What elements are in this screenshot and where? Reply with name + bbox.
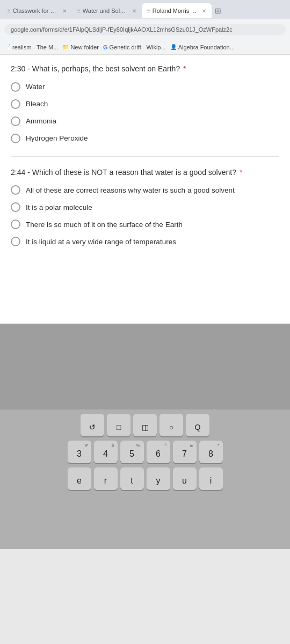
key-i-main: i xyxy=(210,476,212,486)
q2-label-all: All of these are correct reasons why wat… xyxy=(26,186,235,194)
key-4-main: 4 xyxy=(103,449,108,459)
key-square-icon: □ xyxy=(117,423,121,431)
tab1-close[interactable]: ✕ xyxy=(62,8,67,14)
tab-roland-morris[interactable]: ≡ Roland Morris - %B... ✕ xyxy=(142,3,212,18)
q2-label-liquid: It is liquid at a very wide range of tem… xyxy=(26,238,176,246)
keyboard-row-numbers: # 3 $ 4 % 5 ^ 6 & 7 * 8 xyxy=(2,441,288,463)
bookmark-realism-label: realism - The M... xyxy=(12,44,58,50)
keyboard: ↺ □ ◫ ○ Q # 3 $ 4 xyxy=(0,409,290,549)
key-e-main: e xyxy=(77,476,82,486)
tab-water-solutions[interactable]: ≡ Water and Solutions ✕ xyxy=(72,3,142,18)
key-6-top: ^ xyxy=(164,443,166,448)
bookmark-genetic-label: Genetic drift - Wikip... xyxy=(110,44,166,50)
q1-radio-water[interactable] xyxy=(11,82,20,92)
bookmark-folder-label: New folder xyxy=(70,44,99,50)
bookmark-new-folder[interactable]: 📁 New folder xyxy=(62,44,99,50)
key-6[interactable]: ^ 6 xyxy=(147,441,170,463)
key-u[interactable]: u xyxy=(173,467,197,490)
q2-radio-surface[interactable] xyxy=(11,219,20,229)
key-search-icon: Q xyxy=(195,423,201,431)
browser-chrome: ≡ Classwork for 5 Ch... ✕ ≡ Water and So… xyxy=(0,0,290,55)
key-3-main: 3 xyxy=(77,449,82,459)
question-2-block: 2:44 - Which of these is NOT a reason th… xyxy=(11,167,279,247)
key-6-main: 6 xyxy=(156,449,161,459)
bookmark-realism[interactable]: 📄 realism - The M... xyxy=(4,44,58,50)
bookmark-genetic-drift[interactable]: G Genetic drift - Wikip... xyxy=(103,44,166,50)
q1-radio-ammonia[interactable] xyxy=(11,116,20,126)
q1-label-bleach: Bleach xyxy=(26,100,48,108)
q1-required: * xyxy=(183,64,186,73)
q1-option-bleach[interactable]: Bleach xyxy=(11,99,279,109)
question-1-block: 2:30 - What is, perhaps, the best solven… xyxy=(11,64,279,143)
q2-radio-all[interactable] xyxy=(11,185,20,195)
bookmark-algebra-label: Algebra Foundation... xyxy=(178,44,235,50)
q2-required: * xyxy=(240,168,242,177)
key-e[interactable]: e xyxy=(68,467,91,490)
key-home[interactable]: ○ xyxy=(160,414,183,436)
q2-option-liquid[interactable]: It is liquid at a very wide range of tem… xyxy=(11,237,279,246)
q2-radio-liquid[interactable] xyxy=(11,237,20,246)
key-y-main: y xyxy=(156,476,161,486)
key-3-top: # xyxy=(85,443,88,448)
bookmarks-bar: 📄 realism - The M... 📁 New folder G Gene… xyxy=(0,40,290,55)
tab3-close[interactable]: ✕ xyxy=(202,8,206,14)
keyboard-row-icons: ↺ □ ◫ ○ Q xyxy=(2,414,288,436)
q1-label-water: Water xyxy=(26,83,45,91)
question-1-title: 2:30 - What is, perhaps, the best solven… xyxy=(11,64,279,75)
key-i[interactable]: i xyxy=(199,467,223,490)
q2-radio-polar[interactable] xyxy=(11,202,20,212)
tab2-icon: ≡ xyxy=(77,8,81,14)
key-r[interactable]: r xyxy=(94,467,118,490)
key-dual-icon: ◫ xyxy=(142,423,149,431)
tab1-label: Classwork for 5 Ch... xyxy=(13,8,58,14)
tab3-icon: ≡ xyxy=(147,8,150,14)
key-7-main: 7 xyxy=(182,449,187,459)
bookmark-realism-icon: 📄 xyxy=(4,44,11,50)
key-r-main: r xyxy=(104,476,107,486)
key-7-top: & xyxy=(190,443,193,448)
key-3[interactable]: # 3 xyxy=(68,441,91,463)
q1-option-water[interactable]: Water xyxy=(11,82,279,92)
q1-option-ammonia[interactable]: Ammonia xyxy=(11,116,279,126)
key-back-icon: ↺ xyxy=(89,423,96,431)
key-5[interactable]: % 5 xyxy=(120,441,144,463)
q1-radio-hydrogen[interactable] xyxy=(11,134,20,143)
key-t-main: t xyxy=(130,476,133,486)
main-content: 2:30 - What is, perhaps, the best solven… xyxy=(0,55,290,324)
key-4-top: $ xyxy=(111,443,114,448)
address-bar[interactable]: google.com/forms/d/e/1FAlpQLSdljP-fEy80I… xyxy=(4,24,286,35)
gray-area: ↺ □ ◫ ○ Q # 3 $ 4 xyxy=(0,324,290,549)
key-4[interactable]: $ 4 xyxy=(94,441,118,463)
key-t[interactable]: t xyxy=(120,467,144,490)
tab1-icon: ≡ xyxy=(8,8,11,14)
key-8[interactable]: * 8 xyxy=(199,441,223,463)
q2-option-surface[interactable]: There is so much of it on the surface of… xyxy=(11,219,279,229)
grid-icon[interactable]: ⊞ xyxy=(212,6,224,15)
question-2-title: 2:44 - Which of these is NOT a reason th… xyxy=(11,167,279,178)
tab3-label: Roland Morris - %B... xyxy=(153,8,198,14)
q1-option-hydrogen[interactable]: Hydrogen Peroxide xyxy=(11,134,279,143)
key-y[interactable]: y xyxy=(147,467,170,490)
key-square[interactable]: □ xyxy=(107,414,130,436)
key-home-icon: ○ xyxy=(169,423,173,431)
key-dualscreen[interactable]: ◫ xyxy=(133,414,157,436)
key-back[interactable]: ↺ xyxy=(81,414,104,436)
key-search[interactable]: Q xyxy=(186,414,209,436)
bookmark-folder-icon: 📁 xyxy=(62,44,69,50)
bookmark-algebra[interactable]: 👤 Algebra Foundation... xyxy=(170,44,235,50)
key-8-top: * xyxy=(218,443,220,448)
tab-classwork[interactable]: ≡ Classwork for 5 Ch... ✕ xyxy=(2,3,72,18)
q1-label-hydrogen: Hydrogen Peroxide xyxy=(26,134,88,142)
q2-option-all[interactable]: All of these are correct reasons why wat… xyxy=(11,185,279,195)
key-5-top: % xyxy=(136,443,140,448)
tab2-close[interactable]: ✕ xyxy=(132,8,136,14)
q2-label-polar: It is a polar molecule xyxy=(26,203,92,211)
question-divider xyxy=(11,156,279,157)
q1-radio-bleach[interactable] xyxy=(11,99,20,109)
q2-option-polar[interactable]: It is a polar molecule xyxy=(11,202,279,212)
key-u-main: u xyxy=(182,476,187,486)
tab2-label: Water and Solutions xyxy=(83,8,128,14)
bookmark-google-icon: G xyxy=(103,44,108,50)
bookmark-algebra-icon: 👤 xyxy=(170,44,177,50)
key-7[interactable]: & 7 xyxy=(173,441,197,463)
